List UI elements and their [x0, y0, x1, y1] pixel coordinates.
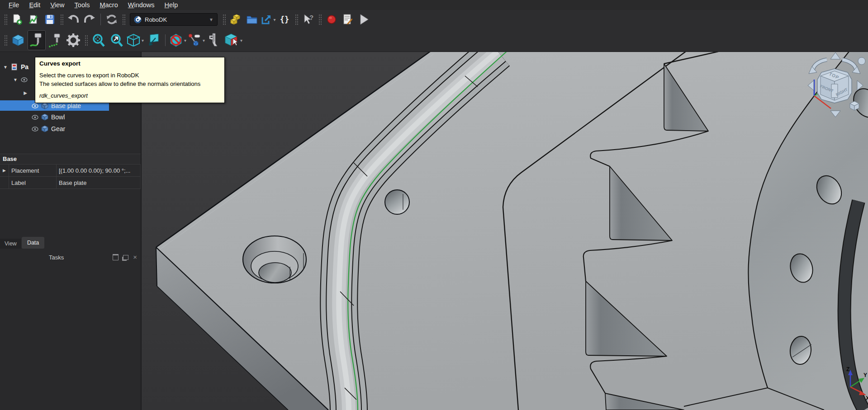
run-macro-button[interactable]: [356, 11, 372, 28]
file-toolbar: RoboDK ▼ ▾ {} ?: [0, 10, 868, 29]
menu-tools[interactable]: Tools: [70, 1, 95, 9]
save-button[interactable]: [42, 11, 57, 28]
toolbar-drag-handle[interactable]: [122, 14, 125, 25]
tooltip-description-line2: The selected surfaces allow to define th…: [39, 80, 220, 88]
chevron-down-icon[interactable]: ▾: [203, 38, 205, 43]
api-braces-button[interactable]: {}: [277, 11, 292, 28]
curves-export-icon: [29, 33, 44, 48]
record-macro-button[interactable]: [324, 11, 339, 28]
menu-macro[interactable]: Macro: [95, 1, 123, 9]
tree-row-document[interactable]: ▼ Pa: [3, 61, 28, 72]
toolbar-drag-handle[interactable]: [222, 14, 226, 25]
curves-export-button[interactable]: [28, 30, 46, 50]
toolbar-drag-handle[interactable]: [4, 34, 7, 46]
save-icon: [44, 14, 56, 25]
redo-button[interactable]: [82, 11, 97, 28]
property-row-placement[interactable]: ▶ Placement [(1.00 0.00 0.00); 90.00 °;.…: [0, 165, 141, 177]
part-cube-icon: [41, 125, 48, 132]
eye-icon[interactable]: [32, 115, 38, 120]
chevron-down-icon[interactable]: ▾: [240, 38, 242, 43]
property-editor: Base ▶ Placement [(1.00 0.00 0.00); 90.0…: [0, 154, 141, 189]
menu-edit[interactable]: Edit: [24, 1, 45, 9]
tab-data[interactable]: Data: [22, 237, 44, 249]
property-group-header[interactable]: Base: [0, 154, 141, 165]
menu-windows[interactable]: Windows: [123, 1, 160, 9]
chevron-right-icon[interactable]: ▶: [23, 90, 28, 95]
tab-view[interactable]: View: [0, 239, 21, 249]
float-panel-icon[interactable]: [123, 255, 128, 260]
property-value[interactable]: Base plate: [57, 177, 141, 189]
set-view-plane-button[interactable]: [145, 31, 162, 50]
project-folder-button[interactable]: [244, 11, 260, 28]
toolbar-separator: [165, 34, 166, 46]
property-value[interactable]: [(1.00 0.00 0.00); 90.00 °;...: [57, 165, 141, 176]
caliper-measure-button[interactable]: [206, 31, 223, 50]
chevron-down-icon[interactable]: ▾: [142, 38, 144, 43]
toolbar-drag-handle[interactable]: [84, 34, 88, 46]
refresh-button[interactable]: [104, 11, 119, 28]
counterbore-hole[interactable]: [243, 236, 306, 283]
tree-item-gear[interactable]: Gear: [32, 123, 65, 134]
property-name: Label: [9, 177, 57, 189]
tree-row-group[interactable]: ▼: [13, 74, 28, 85]
part-cube-icon: [41, 113, 48, 121]
toolbar-drag-handle[interactable]: [294, 14, 298, 25]
box-selection-icon: [224, 33, 239, 47]
toolbar-drag-handle[interactable]: [318, 14, 322, 25]
eye-icon[interactable]: [32, 127, 38, 132]
tooltip-title: Curves export: [39, 60, 220, 67]
menu-view[interactable]: View: [45, 1, 69, 9]
robodk-logo-icon: [134, 16, 142, 24]
blue-folder-icon: [246, 14, 258, 25]
menu-help[interactable]: Help: [160, 1, 183, 9]
whats-this-button[interactable]: ?: [300, 11, 316, 28]
zoom-fit-button[interactable]: [90, 31, 107, 50]
eye-icon[interactable]: [21, 77, 28, 82]
chevron-down-icon[interactable]: ▼: [3, 65, 8, 70]
part-cube-icon: [41, 102, 48, 109]
3d-viewport[interactable]: TOP FRONT RIGHT Z Y X: [141, 52, 868, 410]
measure-distance-icon: [187, 33, 202, 47]
axonometric-view-button[interactable]: ▾: [126, 31, 144, 50]
load-project-button[interactable]: [228, 11, 243, 28]
tasks-panel-title: Tasks: [0, 254, 113, 261]
isometric-cube-button[interactable]: [9, 31, 27, 50]
svg-text:?: ?: [309, 14, 313, 21]
tooltip-description-line1: Select the curves to export in RoboDK: [39, 71, 220, 80]
toolbar-drag-handle[interactable]: [4, 14, 7, 25]
close-panel-icon[interactable]: ×: [133, 255, 137, 259]
new-document-icon: [11, 14, 23, 25]
workbench-selector[interactable]: RoboDK ▼: [130, 13, 218, 26]
property-name: Placement: [9, 165, 57, 176]
clipping-plane-button[interactable]: ▾: [169, 31, 186, 50]
chevron-down-icon[interactable]: ▼: [13, 77, 18, 82]
edit-macro-button[interactable]: [340, 11, 356, 28]
small-hole[interactable]: [385, 190, 409, 214]
tooltip-command-name: rdk_curves_export: [39, 92, 220, 99]
navcube-mini-cube[interactable]: [850, 101, 859, 110]
points-export-button[interactable]: [47, 31, 64, 50]
chevron-down-icon[interactable]: ▾: [273, 17, 275, 22]
measure-distance-button[interactable]: ▾: [187, 31, 205, 50]
export-to-robodk-button[interactable]: ▾: [261, 11, 276, 28]
property-row-label[interactable]: Label Base plate: [0, 177, 141, 189]
eye-icon[interactable]: [32, 104, 38, 108]
chevron-down-icon[interactable]: ▾: [184, 38, 186, 43]
tree-document-label: Pa: [21, 63, 28, 71]
navcube-freelook-sphere[interactable]: [858, 57, 865, 65]
refresh-icon: [105, 14, 118, 25]
undo-icon: [67, 14, 80, 25]
new-document-button[interactable]: [9, 11, 25, 28]
dock-panel-icon[interactable]: [113, 254, 119, 260]
document-icon: [11, 63, 18, 71]
toolbar-drag-handle[interactable]: [60, 14, 63, 25]
menu-file[interactable]: File: [4, 1, 24, 9]
open-document-button[interactable]: [26, 11, 41, 28]
box-element-selection-button[interactable]: ▾: [224, 31, 242, 50]
zoom-selection-button[interactable]: [108, 31, 125, 50]
settings-button[interactable]: [65, 31, 82, 50]
tree-row-collapsed[interactable]: ▶: [23, 87, 28, 98]
undo-button[interactable]: [66, 11, 81, 28]
tree-item-bowl[interactable]: Bowl: [32, 112, 65, 123]
expand-arrow-icon[interactable]: ▶: [0, 165, 9, 176]
